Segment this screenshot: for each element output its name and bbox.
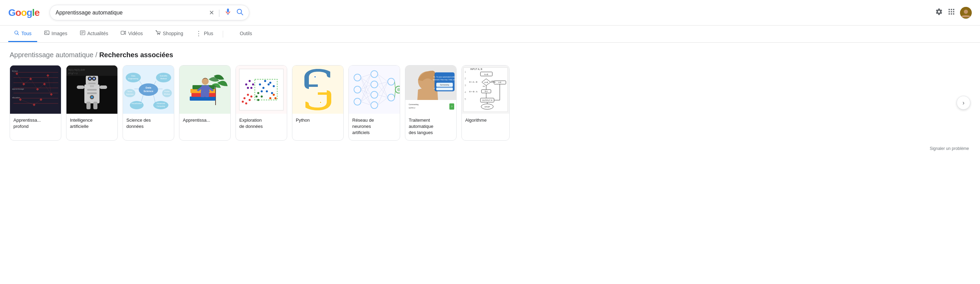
card-deep-learning-label: Apprentissa... profond (10, 114, 61, 134)
svg-text:N(1)  N(2)  ΔW: N(1) N(2) ΔW (68, 68, 85, 71)
svg-point-131 (269, 97, 271, 99)
cards-wrapper: Erreur apprentissage allocation Apprenti… (10, 65, 970, 140)
search-submit-icon[interactable] (236, 8, 243, 17)
svg-rect-187 (436, 88, 453, 90)
card-nlp-image: Hi, I'm your automated online assistant.… (405, 65, 456, 114)
tab-images[interactable]: Images (38, 26, 73, 42)
card-algorithm[interactable]: 1 2 3 4 5 INPUT A, B A+B A>B (461, 65, 510, 140)
avatar[interactable] (960, 7, 972, 19)
apps-icon[interactable] (948, 8, 955, 17)
svg-text:Engineering: Engineering (128, 78, 138, 80)
tab-shopping[interactable]: Shopping (150, 26, 189, 42)
more-tab-icon: ⋮ (196, 30, 202, 37)
svg-line-1 (241, 13, 243, 15)
svg-point-120 (267, 83, 270, 86)
section-heading: Recherches associées (99, 51, 173, 59)
svg-point-128 (257, 92, 259, 94)
svg-rect-7 (953, 11, 955, 13)
svg-rect-10 (953, 13, 955, 15)
tab-plus-label: Plus (204, 31, 213, 36)
tab-actualites[interactable]: Actualités (75, 26, 114, 42)
svg-text:assistant. How may I help you?: assistant. How may I help you? (433, 78, 456, 81)
images-tab-icon (44, 30, 49, 37)
card-nlp[interactable]: Hi, I'm your automated online assistant.… (405, 65, 457, 140)
svg-text:apprentissage: apprentissage (12, 88, 24, 90)
svg-text:Hi, I'm your automated online: Hi, I'm your automated online (434, 76, 456, 78)
microphone-icon[interactable] (224, 8, 232, 17)
svg-text:Hacker: Hacker (164, 90, 170, 93)
tab-plus[interactable]: ⋮ Plus (190, 26, 219, 42)
svg-rect-139 (292, 65, 343, 114)
svg-point-143 (320, 102, 321, 103)
header: Google ✕ | (0, 0, 980, 26)
svg-point-124 (261, 90, 263, 93)
svg-point-123 (273, 85, 275, 87)
card-exploration-image (236, 65, 287, 114)
svg-rect-3 (951, 9, 952, 10)
card-neural-label: Réseau de neurones artificiels (349, 114, 400, 140)
svg-point-121 (262, 87, 264, 89)
svg-point-122 (269, 82, 271, 84)
tab-tous-label: Tous (21, 31, 32, 36)
svg-point-112 (243, 97, 245, 99)
settings-icon[interactable] (935, 8, 943, 17)
news-tab-icon (80, 30, 85, 37)
tab-tous[interactable]: Tous (8, 26, 37, 42)
section-prefix: Apprentissage automatique / (10, 51, 99, 59)
svg-text:OUTPUT R: OUTPUT R (482, 100, 492, 102)
svg-text:A+B: A+B (484, 73, 488, 75)
card-ai-image: N(1) N(2) ΔW x²+y² = z (67, 65, 118, 114)
svg-point-114 (242, 101, 244, 103)
google-logo[interactable]: Google (8, 7, 39, 18)
card-exploration[interactable]: Exploration de données (235, 65, 287, 140)
tab-videos[interactable]: Vidéos (115, 26, 148, 42)
section-title: Apprentissage automatique / Recherches a… (10, 51, 970, 59)
card-nlp-label: Traitement automatique des langues (405, 114, 456, 140)
svg-text:Tensor: Tensor (127, 90, 132, 93)
tab-outils[interactable]: Outils (234, 27, 258, 41)
svg-text:4: 4 (465, 91, 466, 94)
svg-text:B-A: B-A (485, 91, 488, 93)
card-datascience-image: Data Science Data Engineering Scientific… (123, 65, 174, 114)
svg-text:Supvision: Supvision (126, 93, 134, 95)
svg-text:Method: Method (161, 78, 167, 80)
svg-text:INPUT A, B: INPUT A, B (470, 68, 482, 70)
card-neural-image (349, 65, 400, 114)
card-learning[interactable]: Apprentissa... (179, 65, 231, 140)
svg-point-127 (256, 96, 258, 97)
videos-tab-icon (121, 30, 126, 37)
svg-point-113 (247, 94, 249, 96)
card-learning-image (180, 65, 231, 114)
card-ai[interactable]: N(1) N(2) ΔW x²+y² = z Intelligence arti… (66, 65, 118, 140)
svg-text:Science: Science (143, 89, 153, 93)
svg-point-141 (314, 76, 316, 78)
card-datascience[interactable]: Data Science Data Engineering Scientific… (123, 65, 174, 140)
svg-rect-62 (77, 86, 84, 89)
svg-text:Scientific: Scientific (160, 75, 167, 77)
svg-rect-21 (121, 31, 124, 34)
cards-next-button[interactable]: › (956, 96, 970, 110)
svg-point-23 (159, 34, 160, 35)
svg-text:Mindset: Mindset (164, 93, 170, 95)
svg-point-106 (202, 78, 209, 85)
svg-text:STOP: STOP (485, 106, 490, 108)
tab-videos-label: Vidéos (128, 31, 143, 36)
svg-text:Data: Data (131, 75, 136, 77)
card-python[interactable]: Python (292, 65, 344, 140)
card-deep-learning[interactable]: Erreur apprentissage allocation Apprenti… (10, 65, 61, 140)
clear-icon[interactable]: ✕ (209, 9, 214, 16)
svg-point-58 (89, 78, 91, 80)
svg-point-12 (964, 10, 968, 14)
svg-text:?: ? (451, 105, 452, 108)
svg-text:Summarizing: Summarizing (440, 84, 449, 86)
signaler-link[interactable]: Signaler un problème (10, 146, 970, 151)
tab-images-label: Images (52, 31, 67, 36)
search-input[interactable] (56, 10, 205, 16)
svg-text:allocation: allocation (12, 96, 20, 99)
svg-rect-66 (87, 89, 97, 91)
svg-point-115 (249, 99, 251, 101)
svg-text:GOTO 2: GOTO 2 (409, 107, 415, 109)
svg-rect-65 (93, 102, 97, 109)
card-neural[interactable]: Réseau de neurones artificiels (348, 65, 400, 140)
card-algorithm-label: Algorithme (462, 114, 509, 128)
